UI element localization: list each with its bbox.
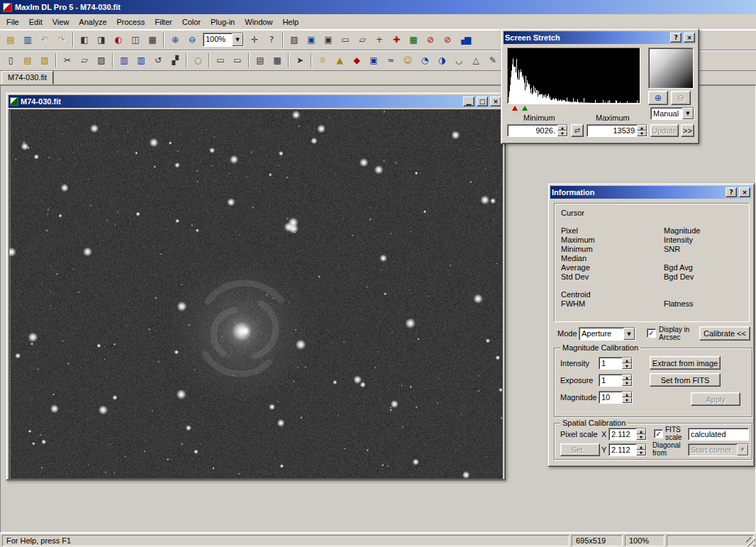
spin-up-icon[interactable]: ▲ bbox=[622, 375, 632, 380]
save-button[interactable]: ▥ bbox=[19, 32, 36, 48]
copy-doc-button[interactable]: ▱ bbox=[76, 53, 93, 69]
menu-edit[interactable]: Edit bbox=[24, 16, 48, 28]
new-button[interactable]: ▯ bbox=[2, 53, 19, 69]
chevron-down-icon[interactable]: ▼ bbox=[232, 33, 243, 46]
expand-button[interactable]: >> bbox=[681, 124, 694, 137]
spin-down-icon[interactable]: ▼ bbox=[636, 450, 646, 455]
calibrate-button[interactable]: Calibrate << bbox=[699, 326, 750, 341]
spin-down-icon[interactable]: ▼ bbox=[622, 380, 632, 386]
print-preview-button[interactable]: ▭ bbox=[212, 53, 229, 69]
histogram-zoom-in-button[interactable]: ⊕ bbox=[648, 91, 668, 105]
paste-button[interactable]: ▨ bbox=[93, 53, 110, 69]
histogram-canvas[interactable] bbox=[507, 48, 640, 104]
menu-process[interactable]: Process bbox=[112, 16, 150, 28]
main-titlebar[interactable]: MaxIm DL Pro 5 - M74-030.fit bbox=[0, 0, 756, 14]
menu-color[interactable]: Color bbox=[177, 16, 206, 28]
menu-window[interactable]: Window bbox=[240, 16, 277, 28]
screen-grid-button[interactable]: ▦ bbox=[405, 32, 422, 48]
document-button[interactable]: ▭ bbox=[337, 32, 354, 48]
no-calibrate-button[interactable]: ⊘ bbox=[422, 32, 439, 48]
maximum-slider-handle[interactable] bbox=[522, 106, 528, 111]
update-button[interactable]: Update bbox=[650, 124, 679, 137]
auto-button[interactable]: ◆ bbox=[348, 53, 365, 69]
spin-up-icon[interactable]: ▲ bbox=[622, 392, 632, 397]
waves-button[interactable]: ≈ bbox=[382, 53, 399, 69]
crosshair-button[interactable]: + bbox=[371, 32, 388, 48]
observatory-button[interactable]: ▣ bbox=[320, 32, 337, 48]
process-button[interactable]: ➤ bbox=[291, 53, 308, 69]
image-window-titlebar[interactable]: M74-030.fit ▁ □ × bbox=[9, 95, 503, 108]
chevron-down-icon[interactable]: ▼ bbox=[623, 328, 635, 340]
sphere-button[interactable]: ◑ bbox=[433, 53, 450, 69]
save-as-button[interactable]: ▥ bbox=[133, 53, 150, 69]
copy-button[interactable]: ▱ bbox=[354, 32, 371, 48]
resize-grip[interactable] bbox=[746, 537, 755, 546]
open-file-button[interactable]: ▤ bbox=[19, 53, 36, 69]
pan-mode-button[interactable]: ✛ bbox=[246, 32, 263, 48]
pencil-button[interactable]: ✎ bbox=[484, 53, 501, 69]
help-button[interactable]: ? bbox=[726, 187, 737, 197]
stretch-mode-combo[interactable]: Manual ▼ bbox=[650, 107, 694, 120]
save-all-button[interactable]: ▥ bbox=[116, 53, 133, 69]
mode-combo[interactable]: Aperture ▼ bbox=[579, 327, 635, 341]
intensity-input[interactable]: 1 ▲▼ bbox=[599, 357, 633, 370]
toolbox-button[interactable]: ▨ bbox=[286, 32, 303, 48]
cut-button[interactable]: ✂ bbox=[59, 53, 76, 69]
menu-analyze[interactable]: Analyze bbox=[74, 16, 111, 28]
blink-button[interactable]: ◌ bbox=[189, 53, 206, 69]
start-corner-combo[interactable]: Start corner ▼ bbox=[688, 443, 749, 456]
pixel-scale-y-input[interactable]: 2.112 ▲▼ bbox=[608, 443, 647, 456]
astro-image[interactable] bbox=[9, 109, 503, 479]
display-in-arcsec-checkbox[interactable]: ✓ bbox=[647, 328, 656, 338]
night-vision-button[interactable]: ◐ bbox=[110, 32, 127, 48]
fits-scale-checkbox[interactable]: ✓ bbox=[654, 429, 663, 438]
alert-button[interactable]: ▲ bbox=[331, 53, 348, 69]
smiley-button[interactable]: ☺ bbox=[399, 53, 416, 69]
menu-help[interactable]: Help bbox=[277, 16, 304, 28]
menu-view[interactable]: View bbox=[48, 16, 74, 28]
no-track-button[interactable]: ⊘ bbox=[439, 32, 456, 48]
zoom-in-button[interactable]: ⊕ bbox=[167, 32, 184, 48]
information-window-button[interactable]: ◨ bbox=[93, 32, 110, 48]
minimize-button[interactable]: ▁ bbox=[463, 96, 474, 106]
curve-button[interactable]: ◡ bbox=[450, 53, 467, 69]
spin-up-icon[interactable]: ▲ bbox=[637, 125, 647, 131]
context-help-button[interactable]: ? bbox=[263, 32, 280, 48]
spin-down-icon[interactable]: ▼ bbox=[636, 434, 646, 440]
swap-min-max-button[interactable]: ⇄ bbox=[571, 124, 584, 137]
chevron-down-icon[interactable]: ▼ bbox=[682, 108, 694, 119]
magnify-area-button[interactable]: ◫ bbox=[127, 32, 144, 48]
restore-button[interactable]: □ bbox=[477, 96, 488, 106]
spin-down-icon[interactable]: ▼ bbox=[622, 397, 632, 403]
page-setup-button[interactable]: ▤ bbox=[252, 53, 269, 69]
help-button[interactable]: ? bbox=[670, 33, 682, 43]
spin-down-icon[interactable]: ▼ bbox=[622, 363, 632, 369]
spin-up-icon[interactable]: ▲ bbox=[636, 444, 646, 450]
screen-stretch-titlebar[interactable]: Screen Stretch ? × bbox=[504, 31, 696, 44]
pixel-scale-x-input[interactable]: 2.112 ▲▼ bbox=[608, 428, 647, 441]
settings-button[interactable]: ▦ bbox=[269, 53, 286, 69]
revert-button[interactable]: ↺ bbox=[150, 53, 167, 69]
tab-m74-030[interactable]: M74-030.fit bbox=[1, 71, 53, 84]
extract-from-image-button[interactable]: Extract from image bbox=[650, 356, 721, 370]
redo-button[interactable]: ↷ bbox=[53, 32, 70, 48]
exposure-input[interactable]: 1 ▲▼ bbox=[599, 374, 633, 387]
zoom-out-button[interactable]: ⊖ bbox=[184, 32, 201, 48]
open-button[interactable]: ▤ bbox=[2, 32, 19, 48]
browse-button[interactable]: ▧ bbox=[36, 53, 53, 69]
pin-button[interactable]: ✚ bbox=[388, 32, 405, 48]
spin-up-icon[interactable]: ▲ bbox=[636, 429, 646, 434]
set-button[interactable]: Set... bbox=[560, 443, 600, 456]
apply-button[interactable]: Apply bbox=[691, 392, 740, 406]
histogram-zoom-out-button[interactable]: ⊖ bbox=[671, 91, 691, 105]
close-icon[interactable]: × bbox=[684, 33, 695, 43]
compass-button[interactable]: △ bbox=[467, 53, 484, 69]
menu-filter[interactable]: Filter bbox=[150, 16, 177, 28]
set-from-fits-button[interactable]: Set from FITS bbox=[650, 373, 721, 387]
menu-file[interactable]: File bbox=[1, 16, 24, 28]
spin-down-icon[interactable]: ▼ bbox=[637, 131, 647, 136]
information-titlebar[interactable]: Information ? × bbox=[550, 186, 752, 199]
camera-control-button[interactable]: ▣ bbox=[303, 32, 320, 48]
toggle-crosshairs-button[interactable]: ▦ bbox=[144, 32, 161, 48]
zoom-combo[interactable]: 100% ▼ bbox=[203, 33, 244, 47]
